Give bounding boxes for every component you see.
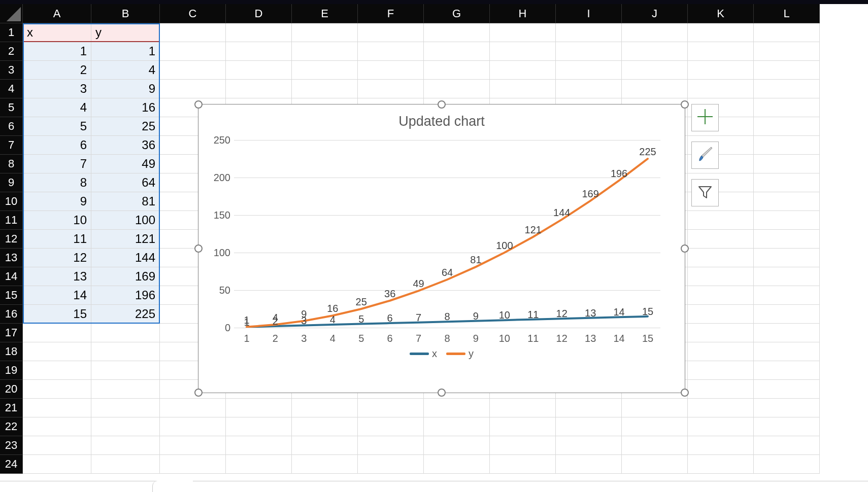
row-header-20[interactable]: 20	[0, 380, 23, 399]
cell-B2[interactable]: 1	[91, 42, 160, 61]
chart-legend[interactable]: xy	[198, 348, 685, 360]
cell-L16[interactable]	[754, 305, 820, 324]
cell-A24[interactable]	[23, 455, 91, 474]
cell-I23[interactable]	[556, 436, 622, 455]
cell-D21[interactable]	[226, 399, 292, 417]
cell-A23[interactable]	[23, 436, 91, 455]
cell-F21[interactable]	[358, 399, 424, 417]
column-header-I[interactable]: I	[556, 4, 622, 23]
column-header-E[interactable]: E	[292, 4, 358, 23]
cell-E3[interactable]	[292, 61, 358, 80]
cell-A2[interactable]: 1	[23, 42, 91, 61]
cell-J24[interactable]	[622, 455, 688, 474]
cell-E4[interactable]	[292, 80, 358, 98]
cell-I4[interactable]	[556, 80, 622, 98]
cell-K3[interactable]	[688, 61, 754, 80]
cell-L22[interactable]	[754, 417, 820, 436]
cell-I21[interactable]	[556, 399, 622, 417]
cell-B1[interactable]: y	[91, 23, 160, 42]
row-header-18[interactable]: 18	[0, 342, 23, 361]
cell-L9[interactable]	[754, 173, 820, 192]
cell-K20[interactable]	[688, 380, 754, 399]
cell-G22[interactable]	[424, 417, 490, 436]
cell-G23[interactable]	[424, 436, 490, 455]
cell-L12[interactable]	[754, 230, 820, 249]
row-header-23[interactable]: 23	[0, 436, 23, 455]
cell-A6[interactable]: 5	[23, 117, 91, 136]
cell-L3[interactable]	[754, 61, 820, 80]
row-header-15[interactable]: 15	[0, 286, 23, 305]
cell-F3[interactable]	[358, 61, 424, 80]
cell-C21[interactable]	[160, 399, 226, 417]
cell-A17[interactable]	[23, 324, 91, 342]
cell-H3[interactable]	[490, 61, 556, 80]
sheet-tab[interactable]	[152, 481, 193, 492]
chart-plot-area[interactable]: 0501001502002501234567891011121314151234…	[234, 140, 660, 328]
cell-L10[interactable]	[754, 192, 820, 211]
cell-L6[interactable]	[754, 117, 820, 136]
cell-A22[interactable]	[23, 417, 91, 436]
cell-C4[interactable]	[160, 80, 226, 98]
cell-B10[interactable]: 81	[91, 192, 160, 211]
cell-H22[interactable]	[490, 417, 556, 436]
column-header-C[interactable]: C	[160, 4, 226, 23]
cell-K18[interactable]	[688, 342, 754, 361]
row-header-11[interactable]: 11	[0, 211, 23, 230]
cell-B15[interactable]: 196	[91, 286, 160, 305]
cell-F24[interactable]	[358, 455, 424, 474]
cell-E1[interactable]	[292, 23, 358, 42]
cell-A3[interactable]: 2	[23, 61, 91, 80]
row-header-5[interactable]: 5	[0, 98, 23, 117]
column-header-G[interactable]: G	[424, 4, 490, 23]
cell-B7[interactable]: 36	[91, 136, 160, 155]
row-header-12[interactable]: 12	[0, 230, 23, 249]
column-header-J[interactable]: J	[622, 4, 688, 23]
cell-C23[interactable]	[160, 436, 226, 455]
cell-K19[interactable]	[688, 361, 754, 380]
row-header-7[interactable]: 7	[0, 136, 23, 155]
cell-H21[interactable]	[490, 399, 556, 417]
cell-B4[interactable]: 9	[91, 80, 160, 98]
row-header-16[interactable]: 16	[0, 305, 23, 324]
cell-D23[interactable]	[226, 436, 292, 455]
chart-filters-button[interactable]	[691, 179, 719, 206]
chart-object[interactable]: Updated chart 05010015020025012345678910…	[198, 104, 685, 393]
cell-I24[interactable]	[556, 455, 622, 474]
cell-A8[interactable]: 7	[23, 155, 91, 173]
cell-D22[interactable]	[226, 417, 292, 436]
cell-E24[interactable]	[292, 455, 358, 474]
row-header-3[interactable]: 3	[0, 61, 23, 80]
cell-E22[interactable]	[292, 417, 358, 436]
cell-K17[interactable]	[688, 324, 754, 342]
cell-I1[interactable]	[556, 23, 622, 42]
cell-A20[interactable]	[23, 380, 91, 399]
column-header-L[interactable]: L	[754, 4, 820, 23]
row-header-19[interactable]: 19	[0, 361, 23, 380]
sheet-tab-bar[interactable]	[0, 481, 868, 492]
cell-J21[interactable]	[622, 399, 688, 417]
cell-K21[interactable]	[688, 399, 754, 417]
cell-K24[interactable]	[688, 455, 754, 474]
cell-K16[interactable]	[688, 305, 754, 324]
cell-A12[interactable]: 11	[23, 230, 91, 249]
cell-K14[interactable]	[688, 267, 754, 286]
cell-L15[interactable]	[754, 286, 820, 305]
cell-K2[interactable]	[688, 42, 754, 61]
column-header-A[interactable]: A	[23, 4, 91, 23]
row-header-6[interactable]: 6	[0, 117, 23, 136]
cell-D3[interactable]	[226, 61, 292, 80]
column-header-K[interactable]: K	[688, 4, 754, 23]
cell-B21[interactable]	[91, 399, 160, 417]
cell-J1[interactable]	[622, 23, 688, 42]
cell-F23[interactable]	[358, 436, 424, 455]
row-header-10[interactable]: 10	[0, 192, 23, 211]
cell-L7[interactable]	[754, 136, 820, 155]
cell-A19[interactable]	[23, 361, 91, 380]
cell-A7[interactable]: 6	[23, 136, 91, 155]
cell-A9[interactable]: 8	[23, 173, 91, 192]
cell-D4[interactable]	[226, 80, 292, 98]
cell-L1[interactable]	[754, 23, 820, 42]
cell-K22[interactable]	[688, 417, 754, 436]
cell-B13[interactable]: 144	[91, 249, 160, 267]
cell-E2[interactable]	[292, 42, 358, 61]
